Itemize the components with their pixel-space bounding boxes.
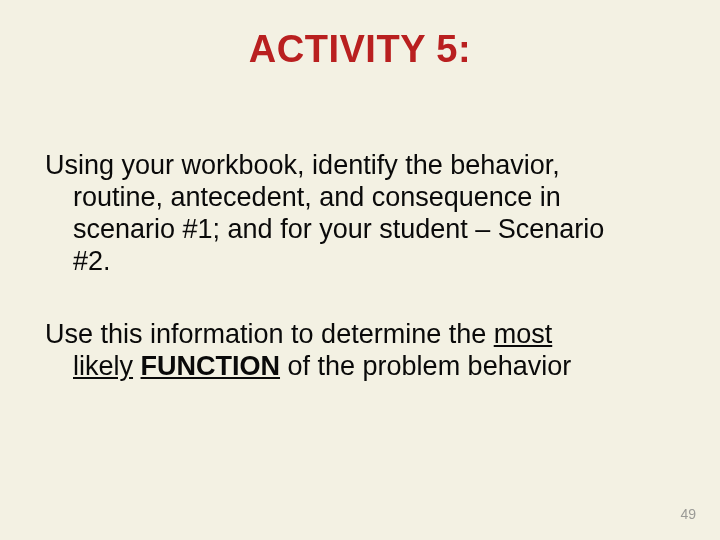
p2-space — [133, 351, 141, 381]
paragraph-2: Use this information to determine the mo… — [45, 319, 680, 383]
p2-prefix: Use this information to determine the — [45, 319, 494, 349]
paragraph-1: Using your workbook, identify the behavi… — [45, 150, 680, 277]
p2-suffix: of the problem behavior — [280, 351, 571, 381]
p1-line2: routine, antecedent, and consequence in — [45, 182, 680, 214]
slide: ACTIVITY 5: Using your workbook, identif… — [0, 0, 720, 540]
p2-line2: likely FUNCTION of the problem behavior — [45, 351, 680, 383]
p2-underlined-most: most — [494, 319, 553, 349]
p2-line1: Use this information to determine the mo… — [45, 319, 680, 351]
p2-underlined-likely: likely — [73, 351, 133, 381]
p2-function: FUNCTION — [141, 351, 280, 381]
p1-line4: #2. — [45, 246, 680, 278]
slide-title: ACTIVITY 5: — [0, 28, 720, 71]
p1-line3: scenario #1; and for your student – Scen… — [45, 214, 680, 246]
slide-body: Using your workbook, identify the behavi… — [45, 150, 680, 425]
p1-line1: Using your workbook, identify the behavi… — [45, 150, 680, 182]
page-number: 49 — [680, 506, 696, 522]
